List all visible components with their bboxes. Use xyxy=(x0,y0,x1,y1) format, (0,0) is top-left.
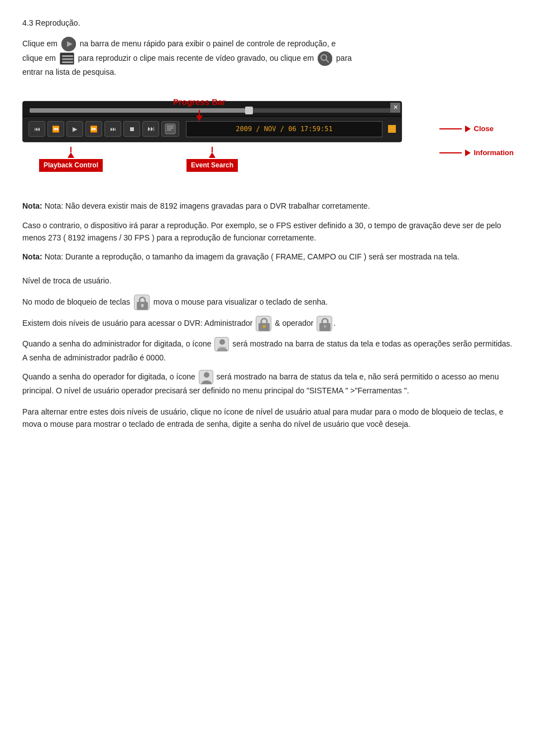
svg-point-5 xyxy=(318,51,332,66)
information-label: Information xyxy=(474,147,514,159)
admin-password-line: Quando a senha do administrador for digi… xyxy=(22,337,514,364)
key-lock-line: No modo de bloqueio de teclas mova o mou… xyxy=(22,295,514,310)
svg-rect-14 xyxy=(141,305,143,307)
menu-play-icon xyxy=(61,37,76,51)
close-button-small[interactable]: ✕ xyxy=(390,103,400,113)
list-icon xyxy=(60,52,74,65)
switch-users-line: Para alternar entre estes dois níveis de… xyxy=(22,406,514,431)
playback-label: Playback Control xyxy=(39,159,103,172)
search-icon xyxy=(318,51,332,66)
datetime-display: 2009 / NOV / 06 17:59:51 xyxy=(186,121,382,137)
svg-rect-4 xyxy=(62,61,73,63)
svg-point-16 xyxy=(263,325,266,328)
diagram-wrapper: Progress Bar ✕ ⏮ ⏪ ▶ xyxy=(22,101,514,172)
event-search-label-block: Event Search xyxy=(186,147,238,172)
svg-rect-8 xyxy=(165,124,175,134)
information-label-block: Information xyxy=(439,147,514,159)
close-label: Close xyxy=(474,123,494,135)
intro-paragraph: Clique em na barra de menu rápido para e… xyxy=(22,37,514,78)
svg-point-18 xyxy=(324,325,327,328)
svg-rect-20 xyxy=(218,346,226,351)
progress-bar-label: Progress Bar xyxy=(173,97,226,107)
user-levels-line: Existem dois níveis de usuário para aces… xyxy=(22,316,514,331)
recording-indicator xyxy=(388,125,396,133)
operator-status-icon xyxy=(199,370,213,384)
event-search-label: Event Search xyxy=(186,159,238,172)
note1-text: Nota: Não devera existir mais de 8192 im… xyxy=(45,201,370,210)
close-label-block: Close xyxy=(439,123,514,135)
note-3: Nota: Nota: Durante a reprodução, o tama… xyxy=(22,251,514,263)
operator-password-line: Quando a senha do operador for digitada,… xyxy=(22,370,514,397)
svg-rect-2 xyxy=(62,55,73,57)
fast-forward-button[interactable]: ⏩ xyxy=(85,121,102,137)
rewind-button[interactable]: ⏪ xyxy=(47,121,64,137)
progress-thumb[interactable] xyxy=(245,107,253,114)
progress-bar-label-block: Progress Bar xyxy=(173,95,226,121)
step-back-button[interactable]: ⏮ xyxy=(28,121,45,137)
admin-status-icon xyxy=(214,337,229,351)
step-forward-button[interactable]: ⏭ xyxy=(104,121,121,137)
section-title: 4.3 Reprodução. xyxy=(22,17,514,29)
admin-icon xyxy=(256,316,271,331)
skip-button[interactable]: ⏭ xyxy=(142,121,159,137)
page-content: 4.3 Reprodução. Clique em na barra de me… xyxy=(22,17,514,431)
playback-label-block: Playback Control xyxy=(39,147,103,172)
user-level-title: Nível de troca de usuário. xyxy=(22,275,514,287)
stop-button[interactable]: ⏹ xyxy=(123,121,140,137)
right-labels: Close Information xyxy=(439,123,514,159)
event-search-button[interactable] xyxy=(161,121,179,137)
svg-point-19 xyxy=(219,339,225,345)
note-1: Nota: Nota: Não devera existir mais de 8… xyxy=(22,200,514,212)
svg-rect-3 xyxy=(62,59,73,60)
play-button[interactable]: ▶ xyxy=(66,121,83,137)
lock-icon xyxy=(134,295,150,310)
operator-icon xyxy=(317,316,332,331)
progress-arrow-down xyxy=(173,110,226,121)
note-2: Caso o contrario, o dispositivo irá para… xyxy=(22,219,514,244)
svg-point-21 xyxy=(204,372,209,378)
